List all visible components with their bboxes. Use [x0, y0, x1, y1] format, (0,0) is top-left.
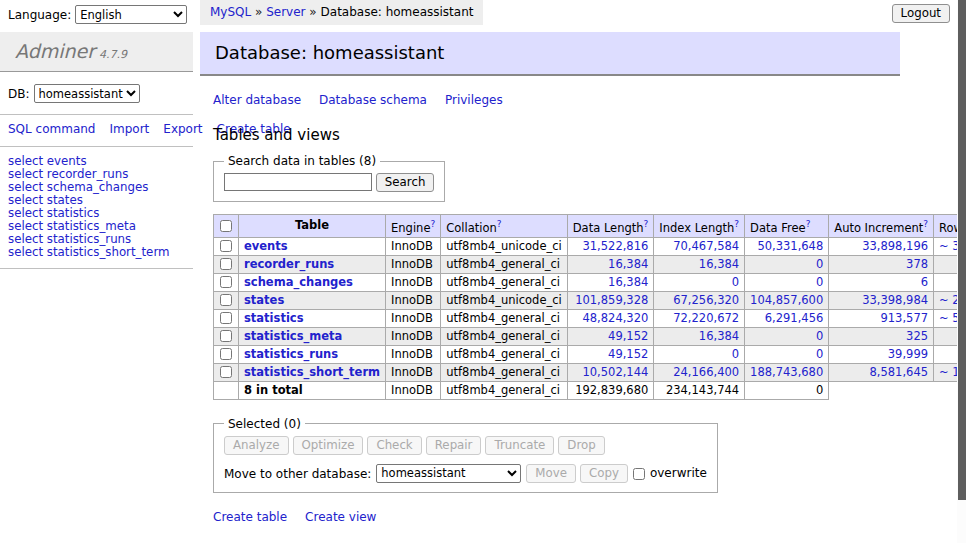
data-length-link[interactable]: 49,152 — [608, 347, 648, 361]
copy-button[interactable]: Copy — [580, 464, 628, 483]
auto-increment-link[interactable]: 33,898,196 — [862, 239, 928, 253]
auto-increment-link[interactable]: 6 — [921, 275, 928, 289]
create-table-link[interactable]: Create table — [213, 510, 287, 524]
index-length-link[interactable]: 24,166,400 — [673, 365, 739, 379]
data-free-link[interactable]: 0 — [816, 347, 823, 361]
select-all-checkbox[interactable] — [220, 220, 232, 232]
scrollbar-thumb[interactable] — [958, 0, 966, 500]
index-length-link[interactable]: 72,220,672 — [673, 311, 739, 325]
data-free-link[interactable]: 188,743,680 — [750, 365, 823, 379]
data-length-link[interactable]: 31,522,816 — [582, 239, 648, 253]
language-select[interactable]: English — [75, 5, 187, 24]
search-button[interactable]: Search — [376, 173, 435, 192]
engine-cell: InnoDB — [386, 291, 441, 309]
auto-increment-link[interactable]: 33,398,984 — [862, 293, 928, 307]
index-length-link[interactable]: 67,256,320 — [673, 293, 739, 307]
auto-increment-link[interactable]: 378 — [906, 257, 928, 271]
sidebar-link-sql-command[interactable]: SQL command — [8, 122, 95, 136]
row-checkbox[interactable] — [220, 348, 232, 360]
overwrite-checkbox[interactable] — [633, 468, 645, 480]
index-length-link[interactable]: 70,467,584 — [673, 239, 739, 253]
move-db-select[interactable]: homeassistant — [376, 464, 521, 483]
table-name-link[interactable]: schema_changes — [244, 275, 353, 289]
column-help-link[interactable]: ? — [806, 219, 811, 229]
create-view-link[interactable]: Create view — [305, 510, 376, 524]
database-schema-link[interactable]: Database schema — [319, 93, 427, 107]
auto-increment-link[interactable]: 325 — [906, 329, 928, 343]
privileges-link[interactable]: Privileges — [445, 93, 503, 107]
sidebar-item-select-statistics[interactable]: select statistics — [8, 207, 185, 220]
column-help-link[interactable]: ? — [497, 219, 502, 229]
sidebar-link-export[interactable]: Export — [163, 122, 202, 136]
data-free-link[interactable]: 50,331,648 — [757, 239, 823, 253]
sidebar: Language:English Adminer4.7.9 DB:homeass… — [0, 0, 193, 269]
drop-button[interactable]: Drop — [558, 436, 604, 455]
sidebar-item-select-schema-changes[interactable]: select schema_changes — [8, 181, 185, 194]
sidebar-item-select-events[interactable]: select events — [8, 155, 185, 168]
column-header-data-length: Data Length? — [567, 215, 654, 238]
data-free-link[interactable]: 0 — [816, 257, 823, 271]
breadcrumb-item-mysql[interactable]: MySQL — [210, 5, 251, 19]
table-name-link[interactable]: statistics — [244, 311, 304, 325]
repair-button[interactable]: Repair — [426, 436, 482, 455]
truncate-button[interactable]: Truncate — [485, 436, 554, 455]
column-help-link[interactable]: ? — [644, 219, 649, 229]
data-free-link[interactable]: 104,857,600 — [750, 293, 823, 307]
sidebar-item-select-statistics-meta[interactable]: select statistics_meta — [8, 220, 185, 233]
column-header-label: Data Free — [750, 221, 806, 235]
row-checkbox[interactable] — [220, 312, 232, 324]
auto-increment-link[interactable]: 8,581,645 — [870, 365, 929, 379]
table-name-link[interactable]: statistics_meta — [244, 329, 342, 343]
sidebar-item-select-statistics-runs[interactable]: select statistics_runs — [8, 233, 185, 246]
table-name-link[interactable]: statistics_short_term — [244, 365, 380, 379]
language-row: Language:English — [0, 0, 193, 28]
db-select[interactable]: homeassistant — [34, 84, 140, 103]
engine-cell: InnoDB — [386, 255, 441, 273]
optimize-button[interactable]: Optimize — [293, 436, 364, 455]
data-free-link[interactable]: 6,291,456 — [765, 311, 824, 325]
engine-cell: InnoDB — [386, 309, 441, 327]
auto-increment-link[interactable]: 39,999 — [888, 347, 928, 361]
index-length-link[interactable]: 0 — [732, 347, 739, 361]
data-length-link[interactable]: 101,859,328 — [575, 293, 648, 307]
breadcrumb-item-server[interactable]: Server — [266, 5, 305, 19]
row-checkbox[interactable] — [220, 276, 232, 288]
table-name-link[interactable]: states — [244, 293, 284, 307]
data-length-link[interactable]: 16,384 — [608, 275, 648, 289]
data-free-link[interactable]: 0 — [816, 275, 823, 289]
analyze-button[interactable]: Analyze — [224, 436, 289, 455]
alter-database-link[interactable]: Alter database — [213, 93, 301, 107]
table-name-link[interactable]: statistics_runs — [244, 347, 338, 361]
row-checkbox[interactable] — [220, 240, 232, 252]
row-checkbox[interactable] — [220, 366, 232, 378]
collation-cell: utf8mb4_general_ci — [441, 345, 568, 363]
sidebar-item-select-states[interactable]: select states — [8, 194, 185, 207]
sidebar-link-import[interactable]: Import — [109, 122, 149, 136]
row-checkbox[interactable] — [220, 258, 232, 270]
auto-increment-link[interactable]: 913,577 — [880, 311, 928, 325]
row-checkbox[interactable] — [220, 330, 232, 342]
data-length-link[interactable]: 10,502,144 — [582, 365, 648, 379]
move-label: Move to other database: — [224, 466, 371, 480]
column-help-link[interactable]: ? — [923, 219, 928, 229]
data-length-link[interactable]: 49,152 — [608, 329, 648, 343]
column-help-link[interactable]: ? — [734, 219, 739, 229]
row-checkbox[interactable] — [220, 294, 232, 306]
sidebar-item-select-recorder-runs[interactable]: select recorder_runs — [8, 168, 185, 181]
logout-button[interactable]: Logout — [892, 4, 950, 23]
sidebar-item-select-statistics-short-term[interactable]: select statistics_short_term — [8, 246, 185, 259]
data-length-link[interactable]: 48,824,320 — [582, 311, 648, 325]
index-length-link[interactable]: 16,384 — [699, 329, 739, 343]
column-help-link[interactable]: ? — [430, 219, 435, 229]
index-length-link[interactable]: 0 — [732, 275, 739, 289]
collation-cell: utf8mb4_unicode_ci — [441, 291, 568, 309]
table-name-link[interactable]: events — [244, 239, 288, 253]
move-button[interactable]: Move — [526, 464, 576, 483]
data-length-link[interactable]: 16,384 — [608, 257, 648, 271]
column-header-data-free: Data Free? — [745, 215, 829, 238]
check-button[interactable]: Check — [367, 436, 421, 455]
data-free-link[interactable]: 0 — [816, 329, 823, 343]
index-length-link[interactable]: 16,384 — [699, 257, 739, 271]
search-input[interactable] — [224, 173, 372, 191]
table-name-link[interactable]: recorder_runs — [244, 257, 334, 271]
